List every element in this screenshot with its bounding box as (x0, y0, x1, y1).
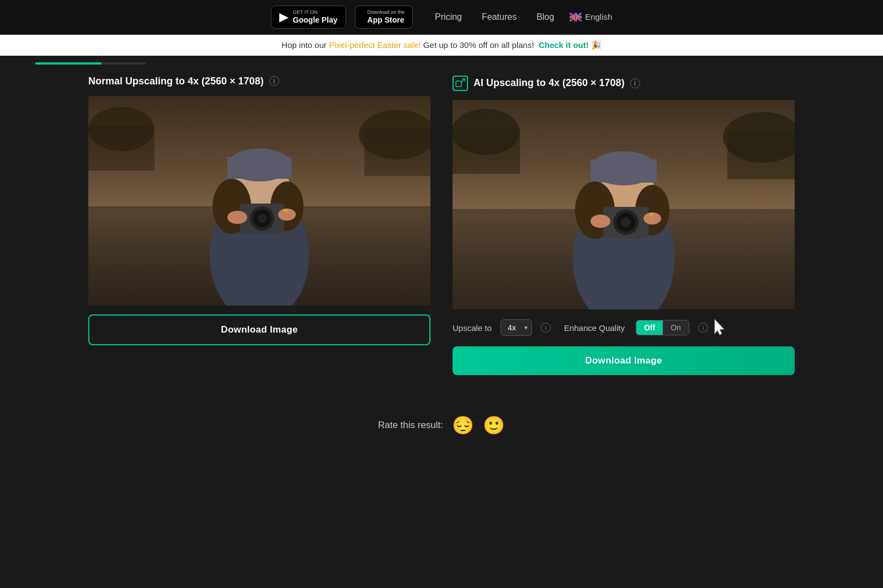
right-download-button[interactable]: Download Image (453, 346, 795, 375)
rate-section: Rate this result: 😔 🙂 (0, 415, 883, 436)
svg-rect-4 (88, 126, 155, 170)
svg-point-19 (284, 209, 288, 212)
svg-point-37 (591, 215, 610, 228)
promo-banner: Hop into our Pixel-perfect Easter sale! … (0, 35, 883, 56)
upscale-info-icon[interactable]: i (541, 323, 551, 333)
toggle-off-button[interactable]: Off (636, 320, 663, 335)
nav-links: Pricing Features Blog (435, 12, 554, 22)
banner-text-prefix: Hop into our (281, 40, 329, 50)
google-play-icon: ▶ (279, 10, 289, 24)
nav-blog[interactable]: Blog (536, 12, 554, 22)
left-download-button[interactable]: Download Image (88, 314, 430, 345)
right-info-icon[interactable]: i (630, 78, 640, 88)
svg-point-17 (227, 211, 247, 224)
app-store-label: Download on the (368, 9, 405, 15)
left-info-icon[interactable]: i (269, 76, 279, 86)
svg-rect-25 (727, 132, 795, 179)
svg-rect-30 (591, 159, 657, 183)
svg-rect-10 (227, 157, 291, 179)
nav-pricing[interactable]: Pricing (435, 12, 462, 22)
progress-bar-fill (35, 62, 102, 65)
svg-point-36 (621, 217, 631, 227)
enhance-info-icon[interactable]: i (698, 323, 708, 333)
controls-row: Upscale to 4x 1x 2x 8x i Enhance Quality… (453, 318, 795, 338)
upscale-select-wrapper: 4x 1x 2x 8x (501, 319, 532, 336)
svg-rect-5 (364, 129, 430, 176)
flag-icon (570, 13, 582, 22)
left-panel-title: Normal Upscaling to 4x (2560 × 1708) i (88, 76, 430, 87)
right-panel: AI Upscaling to 4x (2560 × 1708) i (442, 76, 806, 386)
svg-point-39 (649, 213, 653, 216)
upscale-label: Upscale to (453, 323, 492, 333)
progress-area (0, 56, 883, 65)
banner-highlight: Pixel-perfect Easter sale! (329, 40, 421, 50)
google-play-button[interactable]: ▶ GET IT ON Google Play (271, 6, 346, 29)
svg-point-16 (258, 214, 267, 223)
language-label: English (585, 12, 612, 22)
left-photo (88, 96, 430, 306)
svg-rect-24 (453, 129, 520, 174)
banner-emoji: 🎉 (591, 40, 602, 50)
header: ▶ GET IT ON Google Play Download on the … (0, 0, 883, 35)
upscale-select[interactable]: 4x 1x 2x 8x (501, 319, 532, 336)
right-photo (453, 100, 795, 309)
cursor-icon (712, 318, 728, 338)
app-store-button[interactable]: Download on the App Store (355, 6, 413, 29)
banner-text-suffix: Get up to 30% off on all plans! (421, 40, 534, 50)
sad-emoji[interactable]: 😔 (452, 415, 474, 436)
app-store-name: App Store (368, 15, 405, 25)
nav-features[interactable]: Features (482, 12, 517, 22)
ai-upscale-icon (453, 76, 468, 91)
right-panel-title: AI Upscaling to 4x (2560 × 1708) i (453, 76, 795, 91)
rate-label: Rate this result: (378, 420, 443, 431)
left-image-container (88, 96, 430, 306)
happy-emoji[interactable]: 🙂 (483, 415, 505, 436)
svg-rect-20 (456, 81, 461, 87)
enhance-label: Enhance Quality (564, 323, 625, 333)
language-selector[interactable]: English (570, 12, 612, 22)
main-content: Normal Upscaling to 4x (2560 × 1708) i (0, 65, 883, 397)
right-image-container (453, 100, 795, 309)
google-play-name: Google Play (293, 15, 338, 25)
google-play-label: GET IT ON (293, 9, 338, 15)
toggle-on-button[interactable]: On (663, 320, 689, 335)
enhance-toggle-group: Off On (636, 320, 689, 335)
left-panel: Normal Upscaling to 4x (2560 × 1708) i (77, 76, 442, 386)
check-it-out-link[interactable]: Check it out! (539, 40, 589, 50)
progress-bar-container (35, 62, 146, 65)
